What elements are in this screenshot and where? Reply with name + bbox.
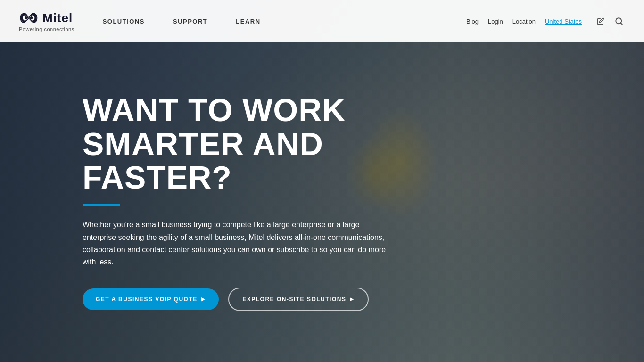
- login-link[interactable]: Login: [488, 18, 503, 25]
- blog-link[interactable]: Blog: [466, 18, 479, 25]
- nav-icon-group: [595, 15, 625, 27]
- search-icon[interactable]: [613, 15, 625, 27]
- brand-tagline: Powering connections: [19, 26, 74, 32]
- nav-links: SOLUTIONS SUPPORT LEARN: [103, 18, 466, 25]
- location-value[interactable]: United States: [545, 18, 582, 25]
- logo-area[interactable]: Mitel Powering connections: [19, 11, 74, 32]
- location-label: Location: [512, 18, 536, 25]
- explore-solutions-button[interactable]: EXPLORE ON-SITE SOLUTIONS ▶: [228, 288, 369, 311]
- edit-icon[interactable]: [595, 16, 606, 27]
- hero-headline: WANT TO WORK SMARTER AND FASTER?: [83, 93, 413, 194]
- hero-divider: [83, 204, 120, 206]
- navbar: Mitel Powering connections SOLUTIONS SUP…: [0, 0, 644, 42]
- hero-text-block: WANT TO WORK SMARTER AND FASTER? Whether…: [83, 93, 413, 311]
- hero-headline-line1: WANT TO WORK: [83, 92, 346, 128]
- hero-description: Whether you're a small business trying t…: [83, 219, 394, 269]
- svg-line-1: [620, 23, 622, 24]
- nav-right: Blog Login Location United States: [466, 15, 625, 27]
- nav-learn[interactable]: LEARN: [236, 18, 260, 25]
- voip-quote-button[interactable]: GET A BUSINESS VOIP QUOTE ▶: [83, 288, 219, 310]
- nav-support[interactable]: SUPPORT: [173, 18, 207, 25]
- hero-headline-line2: SMARTER AND FASTER?: [83, 126, 323, 195]
- mitel-logo-icon: [19, 11, 39, 25]
- hero-buttons: GET A BUSINESS VOIP QUOTE ▶ EXPLORE ON-S…: [83, 288, 413, 311]
- logo[interactable]: Mitel: [19, 11, 73, 25]
- brand-name: Mitel: [42, 11, 73, 25]
- nav-solutions[interactable]: SOLUTIONS: [103, 18, 145, 25]
- hero-content: WANT TO WORK SMARTER AND FASTER? Whether…: [0, 42, 644, 362]
